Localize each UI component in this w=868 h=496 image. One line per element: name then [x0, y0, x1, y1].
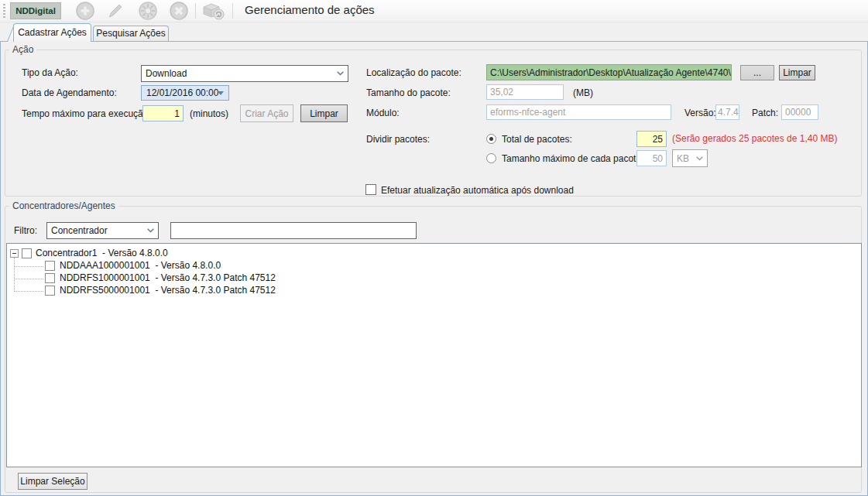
tab-pesquisar-acoes[interactable]: Pesquisar Ações: [93, 26, 169, 42]
filtro-search-input[interactable]: [170, 222, 417, 239]
add-icon[interactable]: [75, 1, 95, 21]
total-pacotes-input[interactable]: [636, 131, 667, 147]
tree-connector: [14, 266, 43, 267]
tree-node-agente-2[interactable]: NDDRFS1000001001 - Versão 4.7.3.0 Patch …: [60, 272, 276, 283]
filtro-value: Concentrador: [51, 225, 108, 236]
tree-node-agente-3[interactable]: NDDRFS5000001001 - Versão 4.7.3.0 Patch …: [60, 285, 276, 296]
add-icon: [75, 1, 95, 21]
page-title: Gerenciamento de ações: [245, 3, 375, 16]
settings-icon[interactable]: [138, 1, 158, 21]
tree-node-concentrador1[interactable]: Concentrador1 - Versão 4.8.0.0: [36, 248, 168, 258]
chevron-down-icon: [337, 71, 344, 76]
total-pacotes-label: Total de pacotes:: [502, 134, 572, 145]
tipo-da-acao-label: Tipo da Ação:: [22, 67, 78, 78]
tipo-da-acao-value: Download: [146, 68, 187, 79]
chevron-down-icon: [696, 156, 703, 161]
unidade-value: KB: [677, 153, 689, 164]
edit-icon[interactable]: [105, 1, 125, 21]
tamanho-pacote-field: 35,02: [486, 84, 564, 100]
data-agendamento-value: 12/01/2016 00:00: [146, 87, 218, 98]
tab-cadastrar-acoes[interactable]: Cadastrar Ações: [13, 23, 91, 42]
filtro-label: Filtro:: [14, 225, 37, 236]
update-agent-icon[interactable]: [200, 1, 226, 21]
data-agendamento-datepicker[interactable]: 12/01/2016 00:00: [141, 85, 229, 101]
chevron-down-icon: [147, 228, 154, 233]
localizacao-pacote-label: Localização do pacote:: [366, 67, 461, 78]
concentradores-group-label: Concentradores/Agentes: [9, 200, 118, 211]
localizacao-pacote-field[interactable]: C:\Users\Administrador\Desktop\Atualizaç…: [486, 64, 732, 80]
tree-node-checkbox[interactable]: [45, 273, 55, 283]
settings-icon: [138, 1, 158, 21]
total-pacotes-radio[interactable]: [486, 134, 496, 144]
tamanho-maximo-input[interactable]: 50: [636, 150, 667, 166]
criar-acao-button[interactable]: Criar Ação: [240, 104, 293, 122]
auto-update-label: Efetuar atualização automática após down…: [381, 185, 574, 196]
limpar-button[interactable]: Limpar: [300, 104, 348, 122]
auto-update-checkbox[interactable]: [365, 184, 376, 195]
edit-icon: [105, 1, 125, 21]
tree-node-checkbox[interactable]: [45, 261, 55, 271]
mb-unit-label: (MB): [573, 87, 593, 98]
toolbar-separator: [195, 3, 196, 19]
update-agent-icon: [201, 1, 225, 21]
data-agendamento-label: Data de Agendamento:: [22, 87, 117, 98]
tamanho-pacote-label: Tamanho do pacote:: [366, 87, 451, 98]
unidade-combobox[interactable]: KB: [672, 149, 708, 167]
modulo-field: eforms-nfce-agent: [486, 104, 671, 120]
patch-label: Patch:: [752, 108, 778, 118]
patch-field: 00000: [781, 104, 818, 120]
tree-node-checkbox[interactable]: [45, 286, 55, 296]
nddigital-button[interactable]: NDDigital: [10, 2, 61, 19]
filtro-combobox[interactable]: Concentrador: [46, 222, 159, 239]
toolbar-separator: [232, 3, 233, 19]
acao-group-label: Ação: [9, 44, 36, 55]
pacotes-gerados-hint: (Serão gerados 25 pacotes de 1,40 MB): [672, 133, 837, 144]
tree-collapse-toggle[interactable]: [10, 249, 19, 258]
tempo-maximo-input[interactable]: [142, 105, 184, 121]
cancel-icon[interactable]: [169, 1, 189, 21]
tamanho-maximo-label: Tamanho máximo de cada pacote:: [502, 153, 643, 164]
modulo-label: Módulo:: [366, 108, 400, 118]
toolbar-grip[interactable]: [3, 4, 5, 19]
versao-field: 4.7.4: [715, 104, 739, 120]
tempo-maximo-label: Tempo máximo para execução:: [22, 108, 151, 119]
tree-node-agente-1[interactable]: NDDAAA1000001001 - Versão 4.8.0.0: [60, 260, 221, 271]
tree-connector: [14, 291, 43, 292]
tree-node-checkbox[interactable]: [22, 248, 32, 258]
dividir-pacotes-label: Dividir pacotes:: [366, 134, 430, 145]
cancel-icon: [169, 1, 189, 21]
gerenciamento-acoes-window: NDDigital: [0, 0, 868, 496]
tree-connector: [14, 258, 15, 292]
minutos-unit-label: (minutos): [190, 108, 228, 119]
browse-button[interactable]: ...: [740, 65, 774, 80]
tree-connector: [14, 279, 43, 279]
limpar-localizacao-button[interactable]: Limpar: [779, 65, 815, 80]
limpar-selecao-button[interactable]: Limpar Seleção: [18, 473, 87, 490]
versao-label: Versão:: [684, 108, 716, 118]
tipo-da-acao-combobox[interactable]: Download: [141, 65, 348, 82]
toolbar: NDDigital: [0, 0, 868, 22]
calendar-dropdown-icon: [218, 91, 224, 95]
tamanho-maximo-radio[interactable]: [486, 153, 496, 163]
